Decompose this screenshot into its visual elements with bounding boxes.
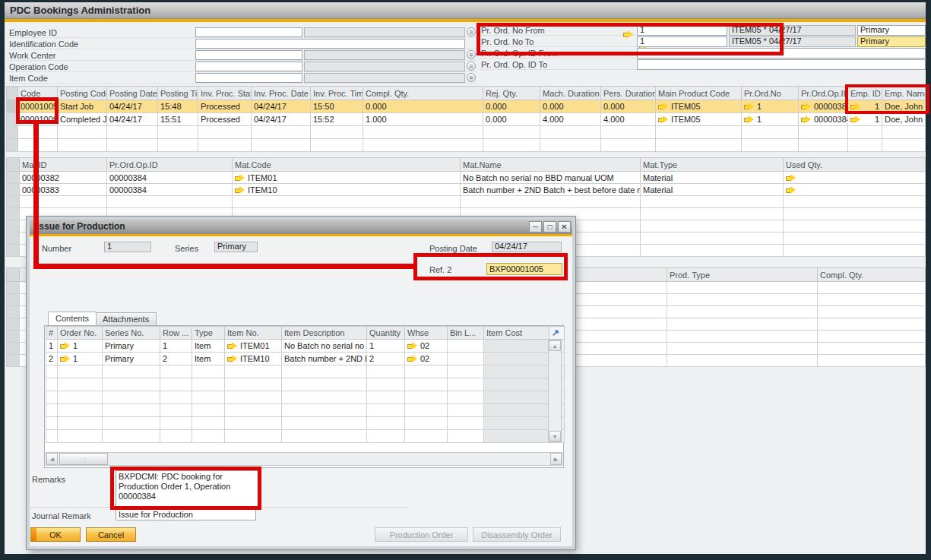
scroll-right-icon[interactable]: ▶ (550, 453, 562, 465)
number-label: Number (42, 244, 71, 253)
link-arrow-icon[interactable] (235, 186, 245, 194)
tab-contents[interactable]: Contents (48, 312, 97, 325)
col-header: Item No. (225, 327, 282, 340)
link-arrow-icon[interactable] (786, 186, 796, 194)
choose-from-list-icon[interactable]: ≡ (467, 50, 476, 59)
col-header: Posting Date (107, 87, 158, 100)
link-arrow-icon[interactable] (60, 355, 70, 362)
dialog-titlebar[interactable]: Issue for Production (30, 220, 572, 234)
col-header: Quantity (367, 327, 405, 340)
table-row[interactable]: 00000382 00000384 ITEM01 No Batch no ser… (7, 172, 926, 184)
annotation-box-remarks (110, 467, 261, 510)
row-selector[interactable] (7, 172, 20, 184)
series-field[interactable]: Primary (214, 242, 258, 252)
table-row[interactable]: 00001009 Completed Job 04/24/17 15:51 Pr… (7, 113, 926, 126)
choose-from-list-icon[interactable]: ≡ (467, 62, 476, 71)
col-header: Pr.Ord.No (742, 87, 799, 100)
link-arrow-icon[interactable] (407, 342, 417, 350)
operation-code-label: Operation Code (9, 62, 68, 71)
choose-from-list-icon[interactable]: ≡ (467, 73, 476, 82)
link-arrow-icon[interactable] (744, 115, 754, 123)
link-arrow-icon[interactable] (658, 103, 668, 110)
work-center-input[interactable] (195, 50, 302, 60)
link-arrow-icon[interactable] (786, 174, 796, 182)
table-header-row: Code Posting Code Posting Date Posting T… (7, 87, 926, 100)
item-code-label: Item Code (9, 74, 48, 83)
link-arrow-icon[interactable] (227, 355, 237, 362)
link-arrow-icon[interactable] (235, 174, 245, 182)
link-arrow-icon[interactable] (801, 103, 811, 110)
annotation-connector-horizontal (33, 264, 413, 269)
link-arrow-icon[interactable] (801, 115, 811, 123)
scroll-left-icon[interactable]: ◀ (46, 453, 58, 465)
close-icon[interactable]: ✕ (558, 221, 571, 233)
cancel-button[interactable]: Cancel (86, 527, 136, 542)
pr-ord-op-id-to-input[interactable] (637, 59, 926, 70)
ok-button[interactable]: OK (30, 527, 81, 542)
link-arrow-icon[interactable] (407, 355, 417, 362)
scroll-up-icon[interactable]: ▲ (549, 340, 561, 351)
vertical-scrollbar[interactable]: ▲ ▼ (548, 340, 562, 442)
main-titlebar[interactable]: PDC Bookings Administration (5, 2, 926, 19)
col-header: Inv. Proc. Date (252, 87, 311, 100)
tab-attachments[interactable]: Attachments (95, 312, 157, 325)
expand-grid-icon[interactable]: ↗ (552, 327, 559, 338)
screen: PDC Bookings Administration Employee ID … (0, 0, 931, 560)
col-header: Posting Time (158, 87, 198, 100)
journal-remark-label: Journal Remark (32, 511, 91, 520)
remarks-label: Remarks (32, 475, 65, 484)
link-arrow-icon[interactable] (744, 103, 754, 110)
operation-code-input[interactable] (195, 62, 302, 71)
col-header: Order No. (58, 327, 103, 340)
identification-code-label: Identification Code (9, 40, 78, 49)
employee-id-input[interactable] (195, 27, 302, 37)
table-row[interactable]: 2 1 Primary 2 Item ITEM10 Batch number +… (46, 353, 565, 365)
annotation-box-emp-columns (845, 84, 929, 114)
series-label: Series (175, 244, 198, 253)
link-arrow-icon[interactable] (60, 342, 70, 350)
dialog-items-table: # Order No. Series No. Row ... Type Item… (46, 326, 565, 443)
pr-ord-from-series-field[interactable]: Primary (857, 25, 926, 36)
col-header: # (46, 327, 58, 340)
dialog-accent-line (30, 234, 572, 236)
production-order-button[interactable]: Production Order (375, 527, 468, 542)
col-header: Item Cost (484, 327, 549, 340)
journal-remark-field[interactable]: Issue for Production (116, 509, 256, 520)
table-row (46, 417, 565, 430)
horizontal-scrollbar[interactable]: ◀ ::: ▶ (46, 452, 562, 466)
table-row[interactable]: 1 1 Primary 1 Item ITEM01 No Batch no se… (46, 340, 565, 353)
choose-from-list-icon[interactable]: ≡ (467, 27, 476, 36)
col-header: Posting Code (58, 87, 107, 100)
col-header: Compl. Qty. (363, 87, 483, 100)
disassembly-order-button[interactable]: Disassembly Order (473, 527, 561, 542)
minimize-icon[interactable]: ─ (529, 221, 542, 233)
link-arrow-icon[interactable] (658, 115, 668, 123)
posting-date-field[interactable]: 04/24/17 (492, 242, 562, 252)
item-code-input[interactable] (195, 73, 302, 83)
scroll-down-icon[interactable]: ▼ (549, 431, 561, 441)
table-row (46, 365, 565, 378)
operation-code-name-field (304, 62, 465, 71)
dialog-title: Issue for Production (36, 221, 125, 232)
table-row[interactable]: 00001005 Start Job 04/24/17 15:48 Proces… (7, 100, 926, 113)
scrollbar-thumb[interactable]: ::: (59, 453, 108, 465)
col-header: Item Description (282, 327, 367, 340)
link-arrow-icon[interactable] (227, 342, 237, 350)
col-header: Row ... (160, 327, 192, 340)
col-header: Inv. Proc. State (198, 87, 252, 100)
col-header: Mat.Type (641, 158, 784, 172)
link-arrow-icon[interactable] (850, 115, 860, 123)
identification-code-input[interactable] (195, 39, 465, 49)
table-row (7, 196, 926, 208)
table-row[interactable]: 00000383 00000384 ITEM10 Batch number + … (7, 184, 926, 196)
annotation-box-code (16, 97, 59, 124)
pr-ord-to-series-field[interactable]: Primary (857, 36, 926, 47)
table-row (46, 430, 565, 443)
maximize-icon[interactable]: □ (543, 221, 556, 233)
row-selector[interactable] (7, 184, 20, 196)
col-header: Mat.Name (461, 158, 641, 172)
table-row (7, 139, 926, 152)
col-header: Prod. Type (667, 268, 818, 282)
number-field[interactable]: 1 (104, 242, 151, 252)
col-header: Mat.Code (233, 158, 461, 172)
